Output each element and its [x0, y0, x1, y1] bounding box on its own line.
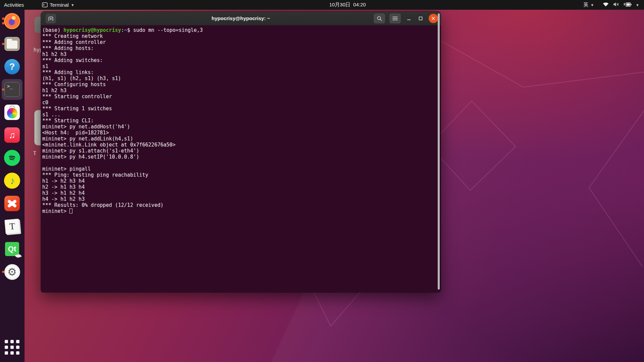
window-title: hypocrisy@hypocrisy: ~: [212, 15, 270, 21]
input-method-label: 英: [583, 2, 588, 8]
terminal-output[interactable]: (base) hypocrisy@hypocrisy:~$ sudo mn --…: [41, 25, 441, 292]
wifi-icon: [603, 2, 609, 8]
terminal-cursor: [69, 208, 72, 214]
terminal-line: h2 -> h1 h3 h4: [42, 184, 437, 190]
terminal-line: s1 ...: [42, 112, 437, 118]
terminal-line: *** Results: 0% dropped (12/12 received): [42, 202, 437, 208]
terminal-line: [42, 160, 437, 166]
new-tab-button[interactable]: [46, 14, 56, 23]
terminal-line: *** Adding controller: [42, 39, 437, 45]
prompt-user-host: hypocrisy@hypocrisy: [63, 27, 121, 33]
dock-item-files[interactable]: [0, 33, 24, 55]
clock[interactable]: 10月30日 04:20: [325, 0, 370, 10]
terminal-line: *** Adding links:: [42, 69, 437, 75]
top-bar: Activities Terminal ▼ 10月30日 04:20 英 ▼ ▼: [0, 0, 644, 10]
typed-command: sudo mn --topo=single,3: [133, 27, 203, 33]
show-applications-button[interactable]: [5, 340, 19, 355]
window-controls: [374, 11, 438, 25]
terminal-line: *** Adding switches:: [42, 57, 437, 63]
dock-item-ubuntu-software[interactable]: [0, 101, 24, 124]
background-window-fragment: [34, 110, 42, 145]
ubuntu-software-icon: [4, 105, 20, 120]
background-window-fragment: [35, 17, 42, 33]
terminal-line: mininet> py net.addHost('h4'): [42, 124, 437, 130]
terminal-line: *** Starting 1 switches: [42, 106, 437, 112]
terminal-line: mininet> py h4.setIP('10.0.0.8'): [42, 154, 437, 160]
background-window-text: T: [33, 150, 36, 157]
firefox-icon: [4, 13, 20, 29]
chevron-down-icon: ▼: [590, 3, 594, 7]
search-button[interactable]: [374, 13, 385, 23]
terminal-line: *** Creating network: [42, 33, 437, 39]
active-app-highlight: >_: [2, 79, 22, 100]
terminal-line: *** Adding hosts:: [42, 45, 437, 51]
terminal-line: *** Starting CLI:: [42, 118, 437, 124]
terminal-line: h1 h2 h3: [42, 87, 437, 94]
terminal-headerbar[interactable]: hypocrisy@hypocrisy: ~: [41, 11, 441, 25]
terminal-scrollbar[interactable]: [438, 13, 440, 290]
input-method-indicator[interactable]: 英 ▼: [579, 0, 598, 10]
typora-icon: T: [4, 219, 20, 234]
volume-muted-icon: [613, 2, 619, 8]
dock-item-music[interactable]: ♫: [0, 124, 24, 146]
system-status-area[interactable]: ▼: [598, 0, 644, 10]
battery-charging-icon: [623, 2, 632, 8]
spotify-icon: [4, 150, 20, 166]
terminal-icon: >_: [4, 82, 20, 97]
chevron-down-icon: ▼: [636, 3, 639, 7]
terminal-line: <Host h4: pid=182781>: [42, 130, 437, 136]
dock-item-settings[interactable]: ⚙: [0, 260, 24, 283]
help-icon: ?: [4, 59, 20, 74]
dock-item-spotify[interactable]: [0, 146, 24, 169]
menu-button[interactable]: [389, 13, 401, 23]
files-icon: [4, 37, 20, 51]
maximize-button[interactable]: [417, 16, 424, 21]
minimize-button[interactable]: [405, 16, 413, 21]
terminal-line: mininet> py net.addLink(h4,s1): [42, 136, 437, 142]
qq-music-icon: ♪: [4, 173, 20, 189]
dock-item-qq-music[interactable]: ♪: [0, 169, 24, 192]
terminal-line: mininet> pingall: [42, 166, 437, 172]
music-app-icon: ♫: [4, 127, 20, 143]
settings-gear-icon: ⚙: [4, 264, 20, 280]
running-indicator-dot: [2, 271, 4, 273]
activities-button[interactable]: Activities: [0, 0, 28, 10]
prompt-path: ~: [124, 27, 127, 33]
terminal-line: *** Configuring hosts: [42, 81, 437, 87]
terminal-prompt-line: (base) hypocrisy@hypocrisy:~$ sudo mn --…: [42, 27, 437, 33]
terminal-line: h1 h2 h3: [42, 51, 437, 57]
terminal-line: h3 -> h1 h2 h4: [42, 190, 437, 196]
close-button[interactable]: [429, 14, 438, 23]
dock-item-qt-creator[interactable]: Qt: [0, 238, 24, 260]
terminal-line: c0: [42, 100, 437, 106]
running-indicator-dot: [2, 22, 4, 24]
terminal-line: h1 -> h2 h3 h4: [42, 178, 437, 184]
terminal-window: hypocrisy@hypocrisy: ~ (base) hypocrisy@…: [41, 11, 441, 292]
terminal-line: s1: [42, 63, 437, 69]
running-indicator-dot: [2, 43, 4, 45]
terminal-line: <mininet.link.Link object at 0x7f6622676…: [42, 142, 437, 148]
running-indicator-dot: [2, 17, 4, 20]
terminal-lines: *** Creating network*** Adding controlle…: [42, 33, 437, 208]
dock: ? >_ ♫ ♪ T Qt ⚙: [0, 10, 24, 362]
dock-item-xmind[interactable]: [0, 192, 24, 215]
terminal-line: *** Starting controller: [42, 94, 437, 100]
terminal-line: mininet> py s1.attach('s1-eth4'): [42, 148, 437, 154]
qt-creator-icon: Qt: [5, 242, 19, 256]
running-indicator-dot: [2, 88, 4, 91]
app-menu-label: Terminal: [50, 2, 69, 8]
dock-item-firefox[interactable]: [0, 10, 24, 33]
terminal-line: h4 -> h1 h2 h3: [42, 196, 437, 202]
app-menu[interactable]: Terminal ▼: [38, 0, 78, 10]
dock-item-terminal[interactable]: >_: [0, 78, 24, 101]
terminal-line: (h1, s1) (h2, s1) (h3, s1): [42, 75, 437, 81]
dock-item-typora[interactable]: T: [0, 215, 24, 238]
chevron-down-icon: ▼: [71, 3, 74, 7]
terminal-input-line: mininet>: [42, 208, 437, 214]
terminal-app-icon: [42, 2, 48, 7]
xmind-icon: [4, 196, 20, 211]
terminal-line: *** Ping: testing ping reachability: [42, 172, 437, 178]
dock-item-help[interactable]: ?: [0, 55, 24, 78]
